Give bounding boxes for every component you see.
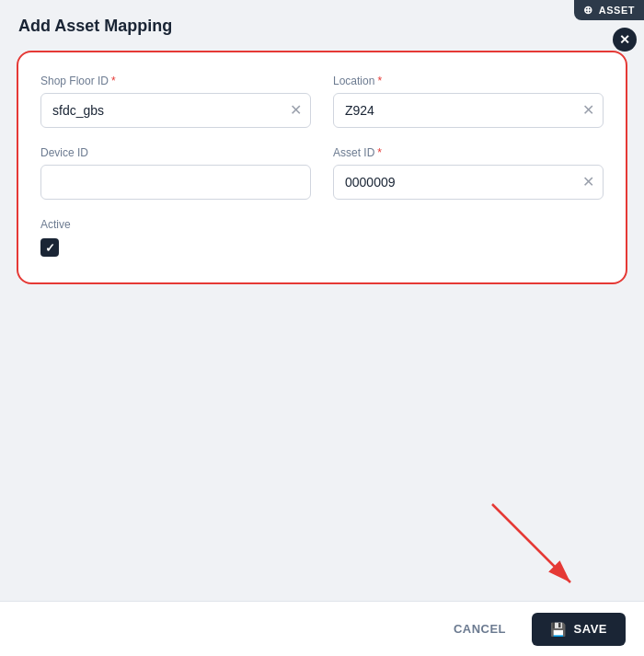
- shop-floor-id-clear-button[interactable]: ✕: [290, 103, 302, 118]
- location-required: *: [377, 75, 382, 87]
- asset-id-input[interactable]: [333, 165, 604, 200]
- asset-id-required: *: [377, 146, 382, 159]
- svg-line-1: [492, 504, 570, 582]
- device-id-input-wrapper: [40, 165, 311, 200]
- active-checkbox-wrapper: ✓: [40, 238, 604, 257]
- top-bar: ⊕ ASSET: [574, 0, 644, 20]
- asset-id-input-wrapper: ✕: [333, 165, 604, 200]
- shop-floor-id-input[interactable]: [40, 93, 311, 128]
- shop-floor-id-required: *: [111, 75, 116, 87]
- device-id-input[interactable]: [40, 165, 311, 200]
- form-row-1: Shop Floor ID * ✕ Location * ✕: [40, 75, 604, 128]
- footer-bar: CANCEL 💾 SAVE: [0, 601, 644, 656]
- save-button[interactable]: 💾 SAVE: [532, 613, 626, 646]
- form-panel: Shop Floor ID * ✕ Location * ✕ Device ID: [17, 51, 627, 284]
- asset-id-clear-button[interactable]: ✕: [582, 175, 594, 190]
- location-label: Location *: [333, 75, 604, 87]
- shop-floor-id-input-wrapper: ✕: [40, 93, 311, 128]
- close-button[interactable]: ✕: [613, 28, 637, 52]
- save-label: SAVE: [574, 622, 607, 636]
- device-id-label: Device ID: [40, 146, 311, 159]
- form-row-2: Device ID Asset ID * ✕: [40, 146, 604, 200]
- shop-floor-id-label: Shop Floor ID *: [40, 75, 311, 87]
- cancel-button[interactable]: CANCEL: [439, 613, 521, 645]
- asset-id-label: Asset ID *: [333, 146, 604, 159]
- save-icon: 💾: [550, 622, 567, 637]
- location-clear-button[interactable]: ✕: [582, 103, 594, 118]
- active-label: Active: [40, 218, 604, 231]
- page-title: Add Asset Mapping: [18, 17, 172, 36]
- arrow-indicator: [483, 495, 593, 605]
- location-group: Location * ✕: [333, 75, 604, 128]
- active-section: Active ✓: [40, 218, 604, 257]
- active-checkbox[interactable]: ✓: [40, 238, 59, 257]
- location-input[interactable]: [333, 93, 604, 128]
- asset-icon: ⊕: [583, 4, 593, 17]
- location-input-wrapper: ✕: [333, 93, 604, 128]
- asset-id-group: Asset ID * ✕: [333, 146, 604, 200]
- device-id-group: Device ID: [40, 146, 311, 200]
- checkbox-check-icon: ✓: [45, 241, 55, 255]
- shop-floor-id-group: Shop Floor ID * ✕: [40, 75, 311, 128]
- top-bar-label: ASSET: [599, 5, 635, 16]
